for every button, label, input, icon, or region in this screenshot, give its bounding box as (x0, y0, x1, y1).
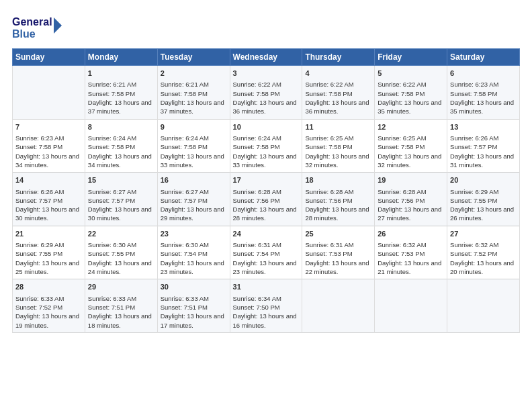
day-number: 14 (15, 175, 82, 185)
day-info: Daylight: 13 hours and 34 minutes. (88, 152, 154, 170)
day-info: Sunset: 7:58 PM (161, 142, 227, 151)
cell-week2-day7: 13Sunrise: 6:26 AMSunset: 7:57 PMDayligh… (447, 119, 520, 173)
cell-week5-day2: 29Sunrise: 6:33 AMSunset: 7:51 PMDayligh… (85, 279, 157, 333)
day-info: Sunset: 7:55 PM (450, 196, 517, 205)
day-info: Daylight: 13 hours and 30 minutes. (15, 205, 82, 223)
col-header-sunday: Sunday (13, 49, 85, 66)
day-info: Sunset: 7:52 PM (15, 303, 82, 312)
day-info: Sunset: 7:52 PM (450, 249, 517, 258)
day-info: Daylight: 13 hours and 28 minutes. (305, 205, 371, 223)
day-number: 4 (305, 68, 371, 79)
day-number: 31 (233, 282, 300, 292)
day-info: Daylight: 13 hours and 17 minutes. (161, 312, 227, 330)
day-number: 2 (161, 68, 227, 79)
col-header-thursday: Thursday (302, 49, 375, 66)
day-info: Sunrise: 6:24 AM (161, 134, 227, 142)
day-info: Sunset: 7:58 PM (161, 89, 227, 98)
col-header-friday: Friday (375, 49, 447, 66)
day-info: Daylight: 13 hours and 37 minutes. (88, 98, 154, 116)
day-info: Sunrise: 6:23 AM (15, 134, 82, 142)
day-info: Sunset: 7:58 PM (15, 142, 82, 151)
svg-text:General: General (12, 16, 52, 28)
day-info: Daylight: 13 hours and 22 minutes. (305, 259, 371, 277)
day-info: Daylight: 13 hours and 23 minutes. (161, 259, 227, 277)
day-number: 15 (88, 175, 154, 185)
cell-week2-day3: 9Sunrise: 6:24 AMSunset: 7:58 PMDaylight… (157, 119, 230, 173)
day-info: Sunset: 7:56 PM (233, 196, 300, 205)
day-info: Sunrise: 6:33 AM (15, 294, 82, 303)
day-info: Sunset: 7:53 PM (378, 249, 444, 258)
day-number: 29 (88, 282, 154, 292)
day-info: Sunrise: 6:21 AM (161, 80, 227, 89)
day-info: Sunset: 7:57 PM (15, 196, 82, 205)
day-info: Sunset: 7:57 PM (450, 142, 517, 151)
day-info: Sunrise: 6:24 AM (233, 134, 300, 142)
day-info: Daylight: 13 hours and 32 minutes. (305, 152, 371, 170)
cell-week1-day1 (13, 66, 85, 120)
cell-week3-day4: 17Sunrise: 6:28 AMSunset: 7:56 PMDayligh… (230, 173, 302, 226)
day-info: Sunset: 7:50 PM (233, 303, 300, 312)
day-info: Sunrise: 6:31 AM (233, 240, 300, 249)
day-info: Daylight: 13 hours and 23 minutes. (233, 259, 300, 277)
cell-week3-day1: 14Sunrise: 6:26 AMSunset: 7:57 PMDayligh… (13, 173, 85, 226)
day-info: Sunrise: 6:26 AM (450, 134, 517, 142)
day-info: Daylight: 13 hours and 37 minutes. (161, 98, 227, 116)
day-info: Sunset: 7:55 PM (15, 249, 82, 258)
day-info: Sunrise: 6:27 AM (161, 187, 227, 196)
col-header-wednesday: Wednesday (230, 49, 302, 66)
cell-week3-day5: 18Sunrise: 6:28 AMSunset: 7:56 PMDayligh… (302, 173, 375, 226)
day-number: 19 (378, 175, 444, 185)
cell-week2-day2: 8Sunrise: 6:24 AMSunset: 7:58 PMDaylight… (85, 119, 157, 173)
cell-week1-day7: 6Sunrise: 6:23 AMSunset: 7:58 PMDaylight… (447, 66, 520, 120)
week-row-1: 1Sunrise: 6:21 AMSunset: 7:58 PMDaylight… (13, 66, 520, 120)
day-info: Daylight: 13 hours and 35 minutes. (378, 98, 444, 116)
day-info: Sunrise: 6:22 AM (378, 80, 444, 89)
day-info: Sunrise: 6:32 AM (450, 240, 517, 249)
day-info: Sunset: 7:58 PM (233, 142, 300, 151)
day-number: 26 (378, 229, 444, 239)
calendar-table: SundayMondayTuesdayWednesdayThursdayFrid… (12, 48, 520, 333)
day-number: 3 (233, 68, 300, 79)
day-info: Daylight: 13 hours and 19 minutes. (15, 312, 82, 330)
cell-week3-day3: 16Sunrise: 6:27 AMSunset: 7:57 PMDayligh… (157, 173, 230, 226)
day-number: 9 (161, 122, 227, 132)
cell-week2-day1: 7Sunrise: 6:23 AMSunset: 7:58 PMDaylight… (13, 119, 85, 173)
day-info: Sunrise: 6:22 AM (233, 80, 300, 89)
day-info: Sunset: 7:58 PM (378, 142, 444, 151)
day-info: Daylight: 13 hours and 36 minutes. (233, 98, 300, 116)
day-info: Sunset: 7:54 PM (161, 249, 227, 258)
day-info: Sunrise: 6:28 AM (305, 187, 371, 196)
day-number: 28 (15, 282, 82, 292)
day-info: Sunrise: 6:25 AM (305, 134, 371, 142)
day-info: Daylight: 13 hours and 16 minutes. (233, 312, 300, 330)
cell-week1-day2: 1Sunrise: 6:21 AMSunset: 7:58 PMDaylight… (85, 66, 157, 120)
cell-week4-day1: 21Sunrise: 6:29 AMSunset: 7:55 PMDayligh… (13, 226, 85, 279)
day-number: 21 (15, 229, 82, 239)
day-info: Sunset: 7:58 PM (88, 142, 154, 151)
day-info: Sunrise: 6:29 AM (15, 240, 82, 249)
cell-week2-day4: 10Sunrise: 6:24 AMSunset: 7:58 PMDayligh… (230, 119, 302, 173)
day-info: Daylight: 13 hours and 30 minutes. (88, 205, 154, 223)
day-info: Daylight: 13 hours and 21 minutes. (378, 259, 444, 277)
cell-week2-day5: 11Sunrise: 6:25 AMSunset: 7:58 PMDayligh… (302, 119, 375, 173)
cell-week3-day6: 19Sunrise: 6:28 AMSunset: 7:56 PMDayligh… (375, 173, 447, 226)
day-info: Sunset: 7:57 PM (88, 196, 154, 205)
day-info: Sunset: 7:58 PM (233, 89, 300, 98)
cell-week3-day2: 15Sunrise: 6:27 AMSunset: 7:57 PMDayligh… (85, 173, 157, 226)
day-info: Daylight: 13 hours and 36 minutes. (305, 98, 371, 116)
day-number: 8 (88, 122, 154, 132)
day-info: Sunrise: 6:33 AM (88, 294, 154, 303)
day-info: Sunrise: 6:25 AM (378, 134, 444, 142)
day-info: Daylight: 13 hours and 32 minutes. (378, 152, 444, 170)
day-info: Sunrise: 6:24 AM (88, 134, 154, 142)
week-row-2: 7Sunrise: 6:23 AMSunset: 7:58 PMDaylight… (13, 119, 520, 173)
day-info: Daylight: 13 hours and 26 minutes. (450, 205, 517, 223)
day-number: 17 (233, 175, 300, 185)
day-info: Sunset: 7:53 PM (305, 249, 371, 258)
cell-week5-day1: 28Sunrise: 6:33 AMSunset: 7:52 PMDayligh… (13, 279, 85, 333)
col-header-saturday: Saturday (447, 49, 520, 66)
day-info: Sunrise: 6:31 AM (305, 240, 371, 249)
logo-svg: GeneralBlue (12, 12, 66, 42)
cell-week5-day4: 31Sunrise: 6:34 AMSunset: 7:50 PMDayligh… (230, 279, 302, 333)
day-number: 16 (161, 175, 227, 185)
